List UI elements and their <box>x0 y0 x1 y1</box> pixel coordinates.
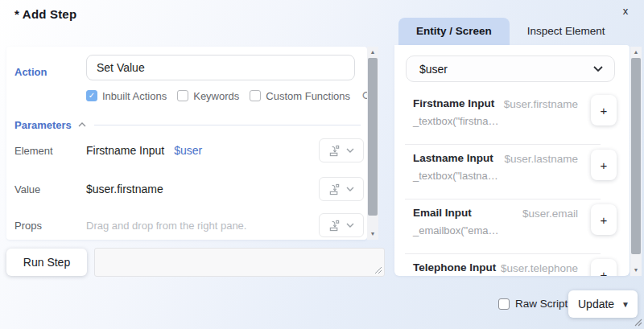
scroll-down-icon[interactable]: ▼ <box>630 265 642 275</box>
run-step-button[interactable]: Run Step <box>6 249 87 276</box>
section-divider <box>94 125 361 125</box>
parameters-heading: Parameters <box>14 119 72 131</box>
entity-screen-panel: $user Firstname Input _textbox("firstna…… <box>394 45 630 276</box>
dialog-title: * Add Step <box>14 7 76 21</box>
scrollbar-thumb[interactable] <box>631 58 641 254</box>
resize-handle-icon[interactable] <box>374 266 382 274</box>
tab-inspect-element[interactable]: Inspect Element <box>510 18 623 45</box>
props-placeholder[interactable]: Drag and drop from the right pane. <box>86 220 246 232</box>
raw-script-label[interactable]: Raw Script <box>515 298 568 310</box>
field-binding: $user.lastname <box>504 153 578 165</box>
collapse-icon[interactable] <box>78 122 86 127</box>
left-panel-scrollbar[interactable]: ▲ ▼ <box>367 47 378 240</box>
checkbox-label[interactable]: Inbuilt Actions <box>102 90 167 102</box>
list-item-email[interactable]: Email Input _emailbox("ema… $user.email … <box>394 199 630 254</box>
raw-script-checkbox-group[interactable]: Raw Script <box>498 298 568 310</box>
list-item-firstname[interactable]: Firstname Input _textbox("firstna… $user… <box>394 90 630 145</box>
element-testdata-button[interactable] <box>319 138 364 162</box>
scroll-up-icon[interactable]: ▲ <box>367 47 378 57</box>
insert-data-icon <box>328 145 341 157</box>
field-name: Telephone Input <box>413 261 496 273</box>
element-value[interactable]: Firstname Input <box>86 144 164 157</box>
chevron-down-icon <box>593 66 603 72</box>
add-field-button[interactable]: + <box>591 259 617 276</box>
entity-field-list: Firstname Input _textbox("firstna… $user… <box>394 90 630 276</box>
checkbox-inbuilt-actions[interactable]: ✓ Inbuilt Actions <box>86 90 167 102</box>
checkbox-unchecked-icon[interactable] <box>498 298 510 310</box>
field-locator: _emailbox("ema… <box>413 224 499 236</box>
right-panel-scrollbar[interactable]: ▲ ▼ <box>630 47 642 276</box>
checkbox-unchecked-icon[interactable] <box>177 90 188 101</box>
scroll-up-icon[interactable]: ▲ <box>630 47 642 57</box>
update-button[interactable]: Update ▼ <box>568 290 638 318</box>
param-row-element: Element Firstname Input $user <box>14 138 202 163</box>
element-entity-link[interactable]: $user <box>174 144 202 157</box>
entity-select-value: $user <box>419 63 593 76</box>
add-field-button[interactable]: + <box>591 95 617 125</box>
right-panel-tabs: Entity / Screen Inspect Element <box>398 18 623 45</box>
parameters-section-header: Parameters <box>14 118 361 131</box>
add-step-dialog: * Add Step x Entity / Screen Inspect Ele… <box>0 0 644 329</box>
checkbox-keywords[interactable]: Keywords <box>177 90 239 102</box>
param-label: Value <box>14 183 86 195</box>
field-binding: $user.firstname <box>504 98 578 110</box>
chevron-down-icon <box>346 148 354 153</box>
checkbox-label[interactable]: Custom Functions <box>266 90 350 102</box>
param-label: Props <box>14 220 86 232</box>
action-type-filters: ✓ Inbuilt Actions Keywords Custom Functi… <box>86 89 373 102</box>
close-icon[interactable]: x <box>618 4 633 19</box>
value-value[interactable]: $user.firstname <box>86 183 163 195</box>
chevron-down-icon <box>346 223 354 228</box>
field-binding: $user.telephone <box>501 262 578 274</box>
props-testdata-button[interactable] <box>319 213 364 237</box>
step-editor-panel: Action ✓ Inbuilt Actions Keywords Custom… <box>6 47 367 240</box>
scroll-down-icon[interactable]: ▼ <box>367 229 378 239</box>
param-label: Element <box>14 145 86 157</box>
field-binding: $user.email <box>522 208 578 220</box>
field-name: Lastname Input <box>413 152 493 164</box>
step-result-textarea[interactable] <box>94 248 385 277</box>
add-field-button[interactable]: + <box>591 150 617 180</box>
insert-data-icon <box>328 183 341 195</box>
field-name: Firstname Input <box>413 97 494 109</box>
checkbox-unchecked-icon[interactable] <box>250 90 261 101</box>
checkbox-label[interactable]: Keywords <box>193 90 239 102</box>
field-name: Email Input <box>413 207 472 219</box>
dialog-resize-handle-icon[interactable] <box>634 318 642 327</box>
param-row-value: Value $user.firstname <box>14 176 163 202</box>
field-locator: _textbox("lastna… <box>413 170 498 182</box>
checkbox-custom-functions[interactable]: Custom Functions <box>250 90 350 102</box>
list-item-lastname[interactable]: Lastname Input _textbox("lastna… $user.l… <box>394 145 630 199</box>
field-locator: _textbox("firstna… <box>413 115 499 127</box>
param-row-props: Props Drag and drop from the right pane. <box>14 212 246 238</box>
action-label: Action <box>14 66 47 78</box>
chevron-down-icon <box>346 187 354 191</box>
update-button-label[interactable]: Update <box>578 298 614 310</box>
value-testdata-button[interactable] <box>319 177 364 201</box>
checkbox-checked-icon[interactable]: ✓ <box>86 90 97 101</box>
scrollbar-thumb[interactable] <box>368 58 378 216</box>
insert-data-icon <box>328 220 341 232</box>
action-input[interactable] <box>86 55 355 80</box>
tab-entity-screen[interactable]: Entity / Screen <box>398 18 510 45</box>
add-field-button[interactable]: + <box>591 204 617 235</box>
list-item-telephone[interactable]: Telephone Input $user.telephone + <box>394 254 630 276</box>
entity-select[interactable]: $user <box>406 56 615 82</box>
update-dropdown-icon[interactable]: ▼ <box>621 300 630 309</box>
